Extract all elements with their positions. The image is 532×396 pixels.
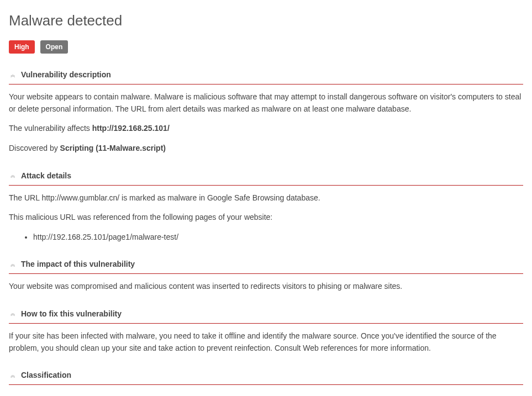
affects-prefix: The vulnerability affects — [9, 124, 92, 133]
attack-refs-list: http://192.168.25.101/page1/malware-test… — [9, 231, 523, 243]
section-title: How to fix this vulnerability — [21, 308, 122, 320]
description-affects: The vulnerability affects http://192.168… — [9, 123, 523, 135]
status-badge: Open — [40, 40, 69, 54]
section-title: The impact of this vulnerability — [21, 258, 135, 270]
section-title: Attack details — [21, 170, 71, 182]
collapse-icon — [9, 312, 17, 315]
badge-row: High Open — [9, 40, 523, 54]
classification-row-cwe: CWE CWE-506 — [9, 392, 205, 396]
attack-line-2: This malicious URL was referenced from t… — [9, 212, 523, 224]
section-header-impact[interactable]: The impact of this vulnerability — [9, 255, 523, 274]
discovered-prefix: Discovered by — [9, 144, 60, 152]
collapse-icon — [9, 263, 17, 266]
description-discovered: Discovered by Scripting (11-Malware.scri… — [9, 142, 523, 155]
list-item: http://192.168.25.101/page1/malware-test… — [33, 231, 523, 243]
fix-text: If your site has been infected with malw… — [9, 330, 523, 354]
cwe-label: CWE — [9, 392, 43, 396]
collapse-icon — [9, 174, 17, 177]
page-title: Malware detected — [9, 10, 523, 31]
impact-text: Your website was compromised and malicio… — [9, 281, 523, 293]
discovered-by: Scripting (11-Malware.script) — [60, 144, 166, 152]
collapse-icon — [9, 73, 17, 77]
section-title: Vulnerability description — [21, 69, 111, 81]
section-header-attack[interactable]: Attack details — [9, 167, 523, 186]
affects-url: http://192.168.25.101/ — [92, 124, 170, 133]
classification-table: CWE CWE-506 CVSS Base score: 10 — AV:N/A… — [9, 392, 205, 396]
collapse-icon — [9, 374, 17, 377]
attack-line-1: The URL http://www.gumblar.cn/ is marked… — [9, 192, 523, 204]
section-header-description[interactable]: Vulnerability description — [9, 66, 523, 85]
severity-badge: High — [9, 40, 35, 54]
description-intro: Your website appears to contain malware.… — [9, 91, 523, 115]
section-header-fix[interactable]: How to fix this vulnerability — [9, 305, 523, 324]
section-title: Classification — [21, 369, 71, 381]
section-header-classification[interactable]: Classification — [9, 366, 523, 385]
